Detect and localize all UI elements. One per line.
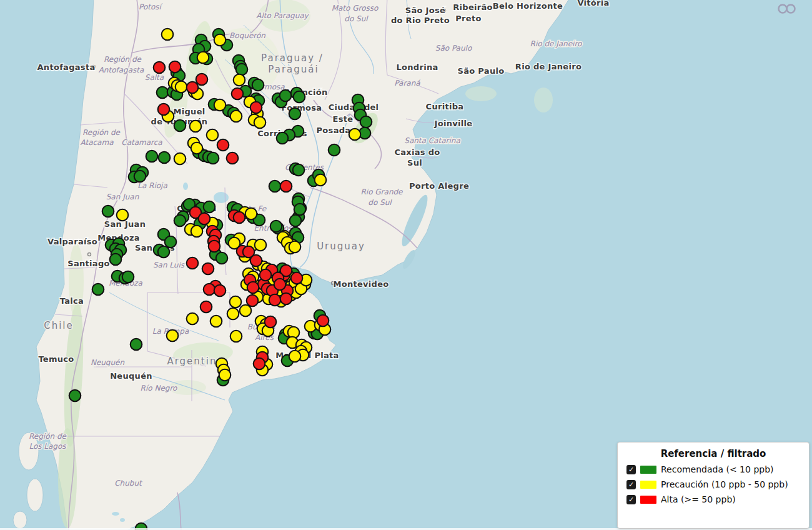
legend-swatch-precaucion	[640, 481, 656, 489]
marker-alta[interactable]	[209, 241, 220, 252]
marker-recomendada[interactable]	[252, 79, 264, 91]
marker-recomendada[interactable]	[174, 215, 186, 227]
marker-alta[interactable]	[158, 104, 170, 116]
marker-recomendada[interactable]	[269, 181, 281, 192]
marker-precaucion[interactable]	[230, 331, 242, 342]
map-label-valparaiso: Valparaíso	[47, 237, 97, 246]
marker-precaucion[interactable]	[254, 117, 266, 129]
marker-precaucion[interactable]	[197, 52, 209, 64]
marker-alta[interactable]	[269, 294, 281, 306]
marker-precaucion[interactable]	[219, 369, 231, 381]
marker-precaucion[interactable]	[234, 74, 245, 86]
marker-recomendada[interactable]	[165, 236, 177, 248]
checkbox-precaucion[interactable]: ✓	[626, 480, 636, 489]
marker-recomendada[interactable]	[69, 390, 81, 402]
marker-precaucion[interactable]	[230, 111, 242, 122]
map-label-region-de: Región de	[82, 128, 121, 137]
marker-recomendada[interactable]	[174, 120, 186, 132]
marker-precaucion[interactable]	[289, 351, 301, 362]
marker-precaucion[interactable]	[207, 129, 219, 141]
marker-alta[interactable]	[291, 272, 303, 284]
marker-precaucion[interactable]	[214, 99, 226, 111]
marker-precaucion[interactable]	[187, 313, 199, 325]
marker-alta[interactable]	[187, 82, 199, 94]
marker-recomendada[interactable]	[294, 204, 306, 216]
marker-recomendada[interactable]	[158, 246, 170, 258]
marker-precaucion[interactable]	[240, 305, 252, 317]
marker-recomendada[interactable]	[277, 132, 289, 144]
marker-alta[interactable]	[227, 152, 239, 164]
marker-alta[interactable]	[247, 295, 259, 307]
marker-precaucion[interactable]	[245, 208, 257, 220]
marker-alta[interactable]	[199, 213, 210, 225]
marker-alta[interactable]	[169, 61, 181, 73]
marker-alta[interactable]	[260, 269, 272, 281]
map-label-atacama: Atacama	[80, 138, 114, 147]
marker-alta[interactable]	[274, 279, 286, 291]
marker-recomendada[interactable]	[92, 284, 104, 296]
marker-recomendada[interactable]	[270, 221, 282, 232]
marker-alta[interactable]	[250, 102, 262, 114]
marker-precaucion[interactable]	[174, 153, 186, 165]
marker-alta[interactable]	[204, 284, 215, 296]
map-label-londrina: Londrina	[396, 62, 438, 72]
marker-alta[interactable]	[280, 293, 292, 305]
checkbox-alta[interactable]: ✓	[626, 495, 636, 504]
marker-precaucion[interactable]	[289, 241, 301, 253]
marker-precaucion[interactable]	[190, 121, 202, 132]
marker-alta[interactable]	[234, 212, 245, 224]
marker-alta[interactable]	[317, 315, 329, 327]
marker-precaucion[interactable]	[230, 296, 242, 308]
marker-alta[interactable]	[201, 301, 212, 313]
marker-precaucion[interactable]	[315, 174, 327, 186]
marker-recomendada[interactable]	[329, 144, 340, 156]
marker-precaucion[interactable]	[191, 142, 203, 154]
marker-recomendada[interactable]	[280, 90, 292, 102]
marker-alta[interactable]	[154, 62, 166, 74]
checkbox-recomendada[interactable]: ✓	[626, 465, 636, 474]
map-label-miguel: Miguel	[173, 107, 205, 116]
map-label-catamarca: Catamarca	[121, 138, 162, 147]
marker-recomendada[interactable]	[207, 152, 219, 164]
marker-alta[interactable]	[196, 74, 208, 86]
marker-recomendada[interactable]	[110, 254, 122, 266]
marker-recomendada[interactable]	[146, 151, 158, 162]
marker-recomendada[interactable]	[293, 164, 305, 176]
marker-recomendada[interactable]	[159, 152, 171, 164]
marker-precaucion[interactable]	[210, 316, 222, 328]
marker-precaucion[interactable]	[227, 308, 239, 320]
marker-recomendada[interactable]	[216, 252, 228, 264]
marker-recomendada[interactable]	[157, 87, 169, 99]
map-label-region-de: Región de	[29, 432, 67, 441]
map-label-joinville: Joinville	[434, 119, 473, 128]
marker-alta[interactable]	[254, 358, 265, 370]
marker-recomendada[interactable]	[236, 64, 248, 76]
marker-precaucion[interactable]	[162, 29, 174, 41]
marker-recomendada[interactable]	[204, 201, 215, 213]
marker-alta[interactable]	[247, 282, 259, 294]
marker-alta[interactable]	[232, 88, 244, 100]
map-label-mato-grosso: Mato Grosso	[332, 4, 379, 12]
marker-precaucion[interactable]	[167, 330, 179, 342]
marker-precaucion[interactable]	[255, 239, 267, 251]
marker-alta[interactable]	[250, 255, 262, 267]
marker-precaucion[interactable]	[191, 226, 203, 238]
marker-alta[interactable]	[202, 263, 214, 275]
marker-recomendada[interactable]	[290, 215, 302, 227]
marker-precaucion[interactable]	[176, 81, 187, 93]
marker-recomendada[interactable]	[294, 91, 305, 103]
marker-recomendada[interactable]	[360, 116, 372, 128]
marker-recomendada[interactable]	[134, 171, 146, 182]
marker-precaucion[interactable]	[214, 34, 226, 46]
marker-precaucion[interactable]	[117, 209, 129, 221]
marker-alta[interactable]	[217, 139, 229, 151]
marker-alta[interactable]	[187, 258, 199, 269]
marker-recomendada[interactable]	[122, 271, 134, 283]
marker-recomendada[interactable]	[289, 108, 301, 120]
marker-recomendada[interactable]	[131, 339, 142, 351]
marker-recomendada[interactable]	[102, 206, 114, 218]
marker-precaucion[interactable]	[349, 129, 361, 141]
marker-alta[interactable]	[265, 316, 277, 328]
marker-alta[interactable]	[280, 181, 292, 192]
marker-alta[interactable]	[214, 285, 226, 297]
